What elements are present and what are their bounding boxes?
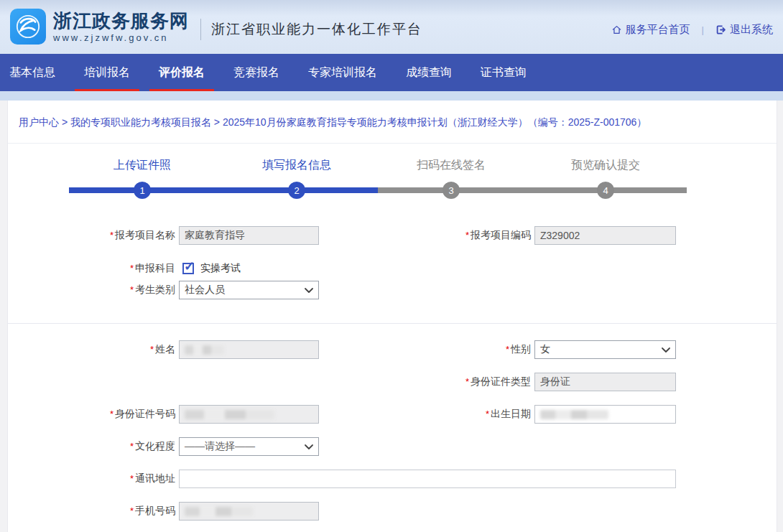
header-links: 服务平台首页 | 退出系统 (611, 23, 773, 37)
step-label-preview-submit: 预览确认提交 (534, 158, 677, 173)
id-number-label: *身份证件号码 (8, 408, 179, 421)
field-name: *姓名 (8, 340, 319, 359)
step-label-scan-sign: 扫码在线签名 (379, 158, 523, 173)
nav-item-basic-info[interactable]: 基本信息 (0, 54, 65, 91)
checkmark-icon: ✓ (184, 258, 195, 274)
nav-item-score-query[interactable]: 成绩查询 (397, 54, 461, 91)
required-marker: * (465, 230, 469, 241)
field-id-type: *身份证件类型 身份证 (363, 373, 676, 391)
candidate-type-label: *考生类别 (8, 284, 179, 297)
subject-checkbox[interactable]: ✓ (182, 263, 194, 274)
subnav-strip (0, 91, 783, 101)
required-marker: * (130, 284, 134, 295)
site-header: 浙江政务服务网 www.zjzwfw.gov.cn 浙江省职业能力一体化工作平台… (0, 0, 783, 54)
site-name: 浙江政务服务网 (53, 11, 189, 31)
title-divider (200, 19, 201, 40)
nav-item-certificate-query[interactable]: 证书查询 (471, 54, 536, 91)
logout-link[interactable]: 退出系统 (715, 23, 773, 37)
progress-steps: 上传证件照 填写报名信息 扫码在线签名 预览确认提交 1 2 3 4 (69, 151, 687, 219)
address-label: *通讯地址 (8, 472, 179, 485)
project-code-input: Z329002 (534, 226, 676, 245)
address-input[interactable] (179, 470, 676, 488)
redacted-value (185, 507, 253, 516)
birth-date-input[interactable] (534, 405, 676, 424)
step-circle-1: 1 (134, 182, 151, 199)
step-label-upload-photo: 上传证件照 (70, 158, 214, 173)
required-marker: * (150, 344, 154, 355)
name-label: *姓名 (8, 343, 179, 356)
candidate-type-value: 社会人员 (185, 284, 225, 297)
nav-item-training-signup[interactable]: 培训报名 (75, 54, 139, 91)
required-marker: * (465, 376, 469, 387)
field-phone: *手机号码 (8, 502, 319, 521)
nav-item-expert-training-signup[interactable]: 专家培训报名 (299, 54, 386, 91)
progress-track-fill (69, 187, 378, 193)
phone-label: *手机号码 (8, 505, 179, 518)
required-marker: * (130, 441, 134, 452)
required-marker: * (110, 409, 113, 419)
gender-select[interactable]: 女 (534, 340, 676, 359)
required-marker: * (506, 344, 509, 355)
progress-track (69, 187, 687, 193)
redacted-value (185, 345, 224, 355)
step-circle-2: 2 (288, 182, 305, 199)
education-value: ——请选择—— (185, 440, 255, 453)
phone-input (179, 502, 319, 521)
birth-date-label: *出生日期 (363, 408, 534, 421)
page-background: 用户中心 > 我的专项职业能力考核项目报名 > 2025年10月份家庭教育指导专… (0, 101, 783, 532)
swirl-logo-icon (11, 10, 45, 43)
breadcrumb[interactable]: 用户中心 > 我的专项职业能力考核项目报名 > 2025年10月份家庭教育指导专… (8, 101, 777, 144)
required-marker: * (486, 409, 489, 419)
portal-home-label: 服务平台首页 (626, 23, 690, 37)
required-marker: * (130, 263, 134, 274)
gender-value: 女 (540, 343, 550, 356)
education-select[interactable]: ——请选择—— (179, 437, 319, 456)
required-marker: * (130, 473, 134, 484)
field-id-number: *身份证件号码 (8, 405, 319, 424)
required-marker: * (130, 505, 134, 516)
brand: 浙江政务服务网 www.zjzwfw.gov.cn 浙江省职业能力一体化工作平台 (10, 9, 422, 45)
name-input (179, 340, 319, 359)
nav-item-competition-signup[interactable]: 竞赛报名 (224, 54, 289, 91)
field-subjects: *申报科目 ✓ 实操考试 (8, 259, 241, 278)
logout-icon (715, 24, 726, 35)
home-icon (611, 24, 622, 35)
step-circle-3: 3 (443, 182, 460, 199)
platform-title: 浙江省职业能力一体化工作平台 (211, 20, 422, 39)
education-label: *文化程度 (8, 440, 179, 453)
field-birth-date: *出生日期 (363, 405, 676, 424)
nav-item-evaluation-signup[interactable]: 评价报名 (149, 54, 214, 91)
project-code-label: *报考项目编码 (8, 229, 534, 242)
field-candidate-type: *考生类别 社会人员 (8, 281, 319, 299)
site-text: 浙江政务服务网 www.zjzwfw.gov.cn (53, 11, 189, 43)
gender-label: *性别 (363, 343, 534, 356)
zhejiang-gov-logo (10, 9, 46, 45)
step-circle-4: 4 (597, 182, 614, 199)
field-gender: *性别 女 (363, 340, 676, 359)
chevron-down-icon (305, 288, 313, 293)
section-divider (8, 323, 777, 324)
header-links-separator: | (702, 24, 704, 35)
step-label-fill-info: 填写报名信息 (225, 158, 369, 173)
chevron-down-icon (305, 444, 313, 449)
id-type-label: *身份证件类型 (363, 375, 534, 388)
redacted-value (185, 410, 274, 419)
field-project-code: *报考项目编码 Z329002 (8, 226, 676, 245)
main-nav: 基本信息 培训报名 评价报名 竞赛报名 专家培训报名 成绩查询 证书查询 (0, 54, 783, 91)
portal-home-link[interactable]: 服务平台首页 (611, 23, 690, 37)
field-education: *文化程度 ——请选择—— (8, 437, 319, 456)
redacted-value (540, 410, 608, 419)
content-panel: 用户中心 > 我的专项职业能力考核项目报名 > 2025年10月份家庭教育指导专… (7, 101, 777, 532)
id-number-input (179, 405, 319, 424)
id-type-input: 身份证 (534, 373, 676, 391)
logout-label: 退出系统 (730, 23, 773, 37)
chevron-down-icon (662, 347, 670, 353)
subjects-label: *申报科目 (8, 262, 179, 275)
field-address: *通讯地址 (8, 470, 676, 488)
subject-checkbox-label[interactable]: 实操考试 (200, 262, 241, 275)
candidate-type-select[interactable]: 社会人员 (179, 281, 319, 299)
site-url: www.zjzwfw.gov.cn (53, 32, 189, 43)
